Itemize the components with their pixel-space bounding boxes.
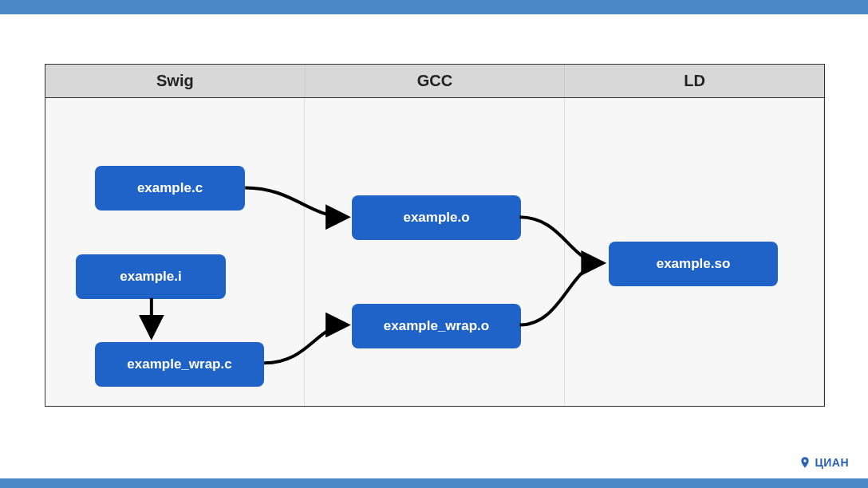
brand-logo: ЦИАН [799, 456, 849, 469]
node-example-i: example.i [76, 254, 226, 299]
node-example-o: example.o [352, 195, 521, 240]
diagram-frame: Swig GCC LD example.c example.i example_… [45, 64, 825, 407]
table-body: example.c example.i example_wrap.c examp… [45, 98, 824, 406]
column-swig: Swig [45, 65, 306, 97]
col-body-gcc [305, 98, 564, 406]
node-example-so: example.so [609, 242, 778, 286]
node-example-wrap-c: example_wrap.c [95, 342, 264, 387]
table-header: Swig GCC LD [45, 65, 824, 98]
top-bar [0, 0, 868, 14]
svg-point-0 [804, 459, 807, 462]
bottom-bar [0, 478, 868, 488]
pin-icon [799, 456, 811, 469]
node-example-wrap-o: example_wrap.o [352, 304, 521, 348]
node-example-c: example.c [95, 166, 245, 211]
column-gcc: GCC [306, 65, 566, 97]
brand-text: ЦИАН [815, 456, 849, 469]
column-ld: LD [565, 65, 824, 97]
